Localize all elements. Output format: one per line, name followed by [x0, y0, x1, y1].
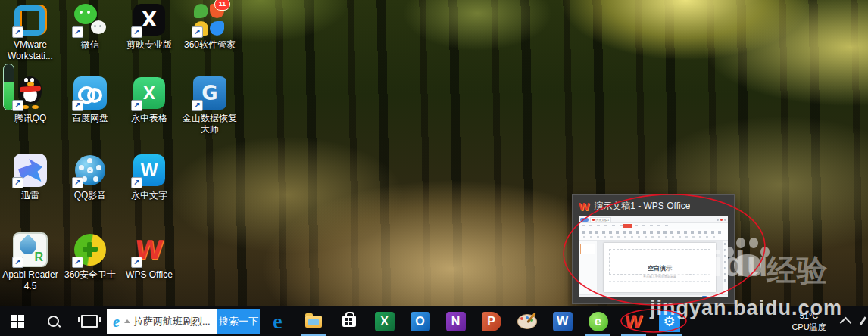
taskbar-excel-button[interactable]: X — [367, 306, 402, 336]
gear-icon: ⚙ — [659, 311, 680, 332]
shortcut-arrow-icon: ↗ — [72, 257, 83, 268]
shortcut-arrow-icon: ↗ — [12, 257, 23, 268]
plus-vertical — [87, 242, 92, 257]
shortcut-arrow-icon: ↗ — [192, 26, 203, 38]
taskbar-search-button[interactable] — [36, 306, 71, 336]
kingsoft-recovery-icon: G ↗ — [192, 76, 227, 110]
wps-logo-icon: W — [579, 201, 589, 212]
shortcut-arrow-icon: ↗ — [131, 100, 142, 111]
icon-label: 百度网盘 — [72, 113, 108, 124]
preview-title: 演示文稿1 - WPS Office — [594, 200, 690, 213]
cpu-temp-label: CPU温度 — [785, 322, 832, 332]
apabi-reader-icon: R ↗ — [13, 232, 48, 267]
icon-label: 金山数据恢复大师 — [180, 113, 239, 135]
desktop-icon-apabi-reader[interactable]: R ↗ Apabi Reader 4.5 — [1, 232, 60, 292]
taskbar-news-search-box[interactable]: e 拉萨两航班剧烈... 搜索一下 — [107, 309, 260, 334]
desktop-icon-xunlei[interactable]: ↗ 迅雷 — [1, 153, 60, 201]
reel-hole — [79, 165, 84, 170]
thumb-control-dot — [717, 219, 719, 221]
shortcut-arrow-icon: ↗ — [131, 177, 142, 188]
jianying-icon: X ↗ — [132, 2, 167, 37]
pen-input-icon[interactable]: × — [860, 316, 868, 328]
thumb-title-placeholder: 空白演示 — [609, 249, 710, 275]
wps-taskbar-preview-popup[interactable]: W 演示文稿1 - WPS Office 演示文稿1 — [572, 194, 735, 304]
slide-title-text: 空白演示 — [648, 266, 672, 272]
thumb-slide: 空白演示 单击输入您的封面副标题 — [604, 243, 716, 292]
thumb-subtitle-placeholder — [609, 281, 710, 289]
desktop-icon-vmware[interactable]: ↗ VMware Workstati... — [1, 2, 60, 62]
taskbar-settings-button[interactable]: ⚙ — [651, 306, 687, 336]
taskbar-360-browser-button[interactable]: e — [580, 306, 616, 336]
desktop-screen: ↗ VMware Workstati... ↗ 微信 X ↗ 剪映专业版 11 … — [0, 0, 868, 336]
preview-header: W 演示文稿1 - WPS Office — [573, 195, 734, 216]
yozo-sheet-icon: X ↗ — [132, 76, 167, 110]
taskbar-wps-button[interactable]: W — [616, 306, 651, 336]
hidden-icons-chevron-icon[interactable] — [840, 317, 852, 329]
shortcut-arrow-icon: ↗ — [131, 257, 142, 268]
desktop-icon-wechat[interactable]: ↗ 微信 — [61, 2, 120, 51]
taskbar-paint3d-button[interactable] — [509, 306, 545, 336]
thumb-ribbon-tabs — [579, 223, 728, 229]
search-query-text: 拉萨两航班剧烈... — [133, 315, 217, 328]
word-icon: W — [553, 312, 573, 331]
desktop-icon-tencent-qq[interactable]: ↗ 腾讯QQ — [1, 76, 60, 124]
wps-office-icon: W ↗ — [132, 232, 167, 267]
icon-label: Apabi Reader 4.5 — [1, 269, 60, 292]
shortcut-arrow-icon: ↗ — [192, 100, 203, 111]
system-tray: 51°C CPU温度 × — [785, 306, 868, 336]
shortcut-arrow-icon: ↗ — [72, 26, 83, 38]
shortcut-arrow-icon: ↗ — [12, 177, 23, 188]
icon-label: WPS Office — [126, 269, 173, 281]
desktop-icon-baidu-netdisk[interactable]: ↗ 百度网盘 — [61, 76, 120, 124]
taskbar-store-button[interactable] — [331, 306, 367, 336]
shortcut-arrow-icon: ↗ — [72, 177, 83, 188]
paint3d-icon — [517, 314, 537, 329]
desktop-icon-jianying[interactable]: X ↗ 剪映专业版 — [120, 2, 179, 51]
baidu-netdisk-icon: ↗ — [73, 76, 108, 110]
search-go-button[interactable]: 搜索一下 — [217, 309, 260, 334]
icon-label: 360安全卫士 — [64, 269, 116, 281]
icon-label: 剪映专业版 — [126, 39, 172, 51]
shortcut-arrow-icon: ↗ — [72, 100, 83, 111]
caret-up-icon — [124, 319, 130, 323]
taskbar-edge-button[interactable]: e — [260, 306, 295, 336]
desktop-icon-360-manager[interactable]: 11 ↗ 360软件管家 — [180, 2, 239, 51]
taskbar-onenote-button[interactable]: N — [438, 306, 473, 336]
task-view-button[interactable] — [71, 306, 107, 336]
360-manager-icon: 11 ↗ — [192, 2, 227, 37]
vmware-icon: ↗ — [13, 2, 48, 37]
thumb-side-toolbar — [722, 241, 728, 294]
desktop-icon-kingsoft-recovery[interactable]: G ↗ 金山数据恢复大师 — [180, 76, 239, 135]
r-glyph: R — [34, 250, 43, 264]
desktop-icon-yozo-sheet[interactable]: X ↗ 永中表格 — [120, 76, 179, 124]
qq-player-reel-icon: ↗ — [73, 153, 108, 188]
thumb-document-tab: 演示文稿1 — [590, 217, 611, 222]
thumb-statusbar — [579, 294, 728, 297]
cpu-temperature-readout: 51°C CPU温度 — [785, 310, 832, 332]
excel-icon: X — [375, 312, 395, 331]
shortcut-arrow-icon: ↗ — [131, 26, 142, 38]
thumb-active-tab-highlight — [623, 224, 632, 228]
taskbar-powerpoint-button[interactable]: P — [473, 306, 509, 336]
taskbar-outlook-button[interactable]: O — [402, 306, 438, 336]
thumb-titlebar: 演示文稿1 — [579, 216, 728, 223]
reel-hub — [87, 167, 93, 173]
desktop-icon-360-safe[interactable]: ↗ 360安全卫士 — [61, 232, 120, 281]
edge-icon: e — [273, 311, 282, 332]
taskbar-word-button[interactable]: W — [545, 306, 580, 336]
wps-window-thumbnail[interactable]: 演示文稿1 空白演示 — [579, 216, 728, 297]
icon-label: 360软件管家 — [184, 39, 236, 51]
reel-hole — [96, 165, 101, 170]
start-button[interactable] — [0, 306, 36, 336]
petal-green — [194, 4, 208, 18]
taskbar: e 拉萨两航班剧烈... 搜索一下 e X O N P — [0, 306, 868, 336]
thumb-slide-panel — [579, 241, 598, 294]
icon-label: 永中表格 — [131, 113, 167, 124]
reel-hole — [93, 176, 98, 182]
task-view-icon — [81, 315, 98, 328]
desktop-icon-wps-office[interactable]: W ↗ WPS Office — [120, 232, 179, 281]
desktop-icon-yozo-word[interactable]: W ↗ 永中文字 — [120, 153, 179, 201]
desktop-icon-qq-player[interactable]: ↗ QQ影音 — [61, 153, 120, 201]
taskbar-file-explorer-button[interactable] — [295, 306, 331, 336]
thumb-wps-dot-icon — [592, 219, 595, 221]
